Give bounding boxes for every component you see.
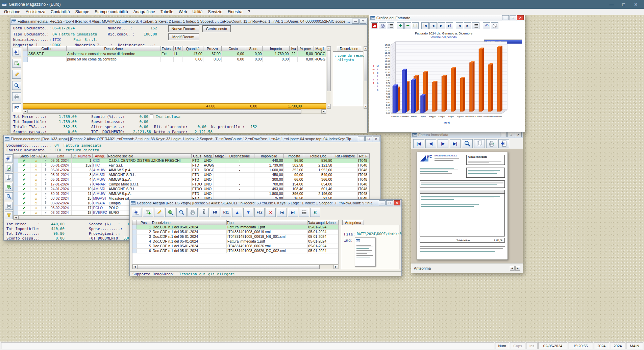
col-prezzo[interactable]: Prezzo bbox=[203, 46, 222, 51]
document-row[interactable]: ✔ ☺ 17-01-2024 7 CANAR Campo Moro s.r.l.… bbox=[14, 182, 369, 187]
scroll-thumb[interactable] bbox=[137, 265, 320, 269]
scroll-down-arrow[interactable]: ▼ bbox=[327, 104, 331, 108]
f8-button[interactable]: F8 bbox=[210, 208, 220, 217]
nav-next-button[interactable]: ▶ bbox=[438, 139, 448, 148]
col-um[interactable]: UM bbox=[174, 46, 182, 51]
menu-item[interactable]: ? bbox=[245, 9, 253, 15]
f11-button[interactable]: F11 bbox=[221, 208, 231, 217]
col-rif-fornitore[interactable]: Rif.Fornitore bbox=[333, 154, 357, 158]
menu-item[interactable]: Assistenza bbox=[23, 9, 48, 15]
preview-titlebar[interactable]: Fattura immediata — □ ✕ bbox=[411, 131, 523, 138]
nav-last-button[interactable]: ▶| bbox=[450, 139, 461, 148]
col-saldo[interactable]: Saldo bbox=[18, 154, 30, 158]
legend-list-button[interactable] bbox=[472, 22, 479, 29]
row-selector[interactable] bbox=[132, 249, 137, 253]
close-button[interactable]: ✕ bbox=[515, 132, 522, 137]
attachments-hscrollbar[interactable]: ◀ ▶ bbox=[132, 265, 339, 269]
col-quantita[interactable]: Quantità bbox=[182, 46, 203, 51]
undo-button[interactable]: ↶ bbox=[483, 22, 490, 29]
attachment-thumbnail[interactable] bbox=[355, 238, 376, 267]
row-selector[interactable] bbox=[132, 239, 137, 244]
row-selector[interactable] bbox=[14, 158, 18, 163]
nav-record-button[interactable] bbox=[5, 154, 13, 162]
menu-item[interactable]: Tabelle bbox=[158, 9, 176, 15]
row-selector[interactable] bbox=[14, 173, 18, 177]
menu-item[interactable]: Stampe bbox=[73, 9, 92, 15]
col-importo[interactable]: Importo bbox=[263, 46, 290, 51]
row-selector[interactable] bbox=[132, 230, 137, 234]
attachment-row[interactable]: 5 Doc.CDF n.1 del 05-01-2024 IT048314910… bbox=[132, 244, 338, 249]
col-prov[interactable]: % prov. bbox=[298, 46, 314, 51]
scroll-left-arrow[interactable]: ◀ bbox=[14, 216, 18, 220]
f12-button[interactable]: F12 bbox=[254, 208, 265, 217]
col-estesa[interactable]: Estesa bbox=[161, 46, 174, 51]
document-row[interactable]: ✔ ☺ 05-01-2024 152 ITIC Fair S.r.l. FTD … bbox=[14, 163, 369, 168]
menu-item[interactable]: Finestra bbox=[225, 9, 245, 15]
scroll-thumb[interactable] bbox=[28, 109, 301, 114]
document-row[interactable]: ✔ ☺ 24-01-2024 10 AMISRL AMICONE S.R.L. … bbox=[14, 187, 369, 192]
col-mag2[interactable]: Mag2 bbox=[214, 154, 225, 158]
close-button[interactable]: ✕ bbox=[373, 136, 379, 141]
row-selector[interactable] bbox=[14, 163, 18, 168]
col-imponibile[interactable]: Imponibile bbox=[254, 154, 284, 158]
anteprima-tab[interactable]: Anteprima bbox=[342, 220, 364, 225]
centro-costo-button[interactable]: Centro costo bbox=[202, 25, 231, 32]
scroll-right-arrow[interactable]: ▶ bbox=[333, 265, 338, 269]
print-button[interactable] bbox=[12, 92, 21, 101]
list-button[interactable] bbox=[299, 208, 309, 217]
chart-type-button[interactable] bbox=[371, 22, 378, 29]
menu-item[interactable]: Web bbox=[176, 9, 190, 15]
scroll-right-arrow[interactable]: ▶ bbox=[321, 109, 326, 114]
search-button[interactable] bbox=[12, 81, 21, 90]
col-ricfe[interactable]: Ric.F.E. bbox=[30, 154, 42, 158]
zoom-reset-button[interactable]: □ bbox=[412, 22, 419, 29]
scroll-down-arrow[interactable]: ▼ bbox=[364, 104, 367, 108]
col-all[interactable]: All. bbox=[42, 154, 50, 158]
row-selector[interactable] bbox=[23, 57, 28, 62]
row-selector[interactable] bbox=[14, 206, 18, 210]
print-button[interactable] bbox=[5, 202, 13, 210]
documento-value[interactable]: 04 Fattura immediata bbox=[54, 143, 101, 148]
euro-button[interactable]: € bbox=[310, 208, 320, 217]
nav-first-button[interactable]: |◀ bbox=[277, 208, 287, 217]
scroll-up-arrow[interactable]: ▲ bbox=[327, 46, 331, 51]
web-search-button[interactable] bbox=[5, 183, 13, 191]
col-descrizione[interactable]: Descrizione bbox=[152, 220, 227, 225]
row-selector[interactable] bbox=[14, 187, 18, 191]
col-numero[interactable]: Numero bbox=[77, 154, 93, 158]
close-button[interactable]: ✕ bbox=[517, 15, 524, 20]
ric-compl-field[interactable]: 100,00 bbox=[138, 32, 157, 36]
close-button[interactable]: ✕ bbox=[630, 0, 642, 9]
zoom-out-button[interactable]: − bbox=[404, 22, 411, 29]
zoom-in-button[interactable]: + bbox=[397, 22, 404, 29]
invoice-grid-row[interactable]: prime 50 ore come da contratto 0,00 0,00… bbox=[23, 57, 326, 62]
nuovo-docum-button[interactable]: Nuovo Docum. bbox=[168, 25, 199, 32]
row-selector[interactable] bbox=[132, 234, 137, 239]
nominativo-name-field[interactable]: Fair S.r.l. bbox=[73, 38, 98, 42]
page-next-button[interactable]: ▶ bbox=[464, 22, 471, 29]
scroll-up-arrow[interactable]: ▲ bbox=[364, 46, 367, 51]
nav-first-button[interactable]: |◀ bbox=[413, 139, 424, 148]
col-data-acquisizione[interactable]: Data acquisizione bbox=[307, 220, 338, 225]
attach-file-button[interactable] bbox=[199, 208, 209, 217]
row-selector[interactable] bbox=[14, 201, 18, 205]
row-selector[interactable] bbox=[14, 196, 18, 201]
col-destinazione[interactable]: Destinazione bbox=[225, 154, 254, 158]
col-tipo[interactable]: Tipo bbox=[227, 220, 307, 225]
col-lt[interactable]: Lt bbox=[72, 154, 77, 158]
preview-page[interactable]: RC RAC INFORMATICA S.a.s. Fattura immedi… bbox=[417, 152, 508, 260]
nav-next-button[interactable]: ▶ bbox=[438, 22, 445, 29]
minimize-button[interactable]: — bbox=[358, 136, 365, 141]
nav-last-button[interactable]: ▶| bbox=[288, 208, 298, 217]
document-row[interactable]: ✔ ☺ 05-01-2024 3 AIMUW AIMUW S.p.A. FTD … bbox=[14, 168, 369, 173]
col-rif-f[interactable]: Rif. F bbox=[357, 154, 369, 158]
row-selector[interactable] bbox=[14, 168, 18, 172]
maximize-button[interactable]: □ bbox=[365, 136, 372, 141]
maximize-button[interactable]: □ bbox=[618, 0, 630, 9]
layout-button[interactable] bbox=[474, 139, 485, 148]
nav-last-button[interactable]: ▶| bbox=[446, 22, 453, 29]
minimize-button[interactable]: — bbox=[605, 0, 618, 9]
search-button[interactable] bbox=[5, 192, 13, 200]
add-row-button[interactable] bbox=[12, 59, 21, 68]
col-scon[interactable]: Scon. bbox=[245, 46, 263, 51]
